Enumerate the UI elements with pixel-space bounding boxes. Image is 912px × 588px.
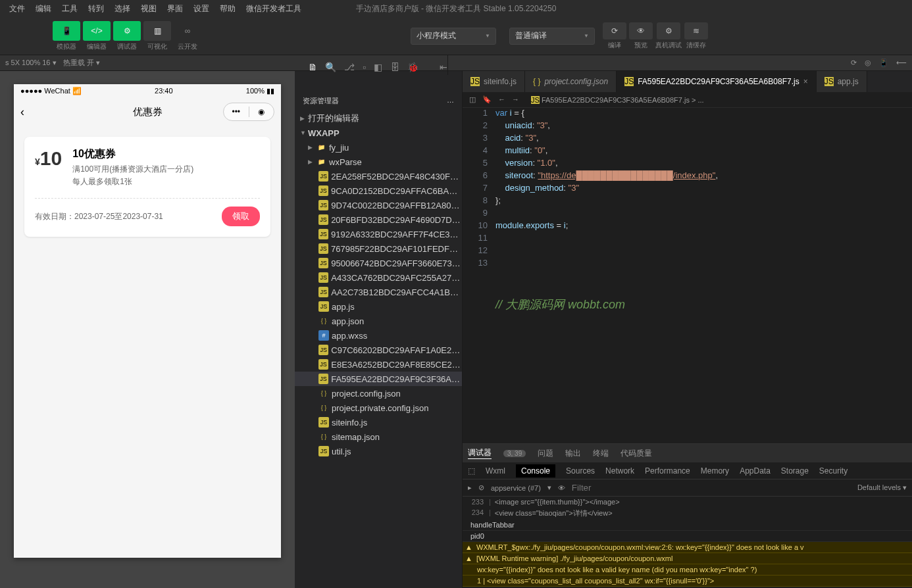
real-debug-button[interactable]: ⚙: [657, 22, 680, 39]
editor-tab[interactable]: JSFA595EA22BDC29AF9C3F36A5EA6B08F7.js×: [617, 71, 817, 92]
levels-select[interactable]: Default levels ▾: [857, 483, 907, 492]
tab-wxml[interactable]: Wxml: [486, 466, 505, 476]
menu-edit[interactable]: 编辑: [30, 3, 57, 14]
inspect-icon[interactable]: ⬚: [468, 466, 475, 476]
file-item[interactable]: { }sitemap.json: [295, 429, 462, 444]
tab-network[interactable]: Network: [605, 466, 634, 476]
menu-file[interactable]: 文件: [4, 3, 30, 14]
tab-memory[interactable]: Memory: [701, 466, 729, 476]
clear-cache-button[interactable]: ≋: [684, 22, 708, 39]
file-item[interactable]: JSapp.js: [295, 299, 462, 314]
tab-security[interactable]: Security: [819, 466, 848, 476]
explorer-icon[interactable]: 🗎: [308, 62, 317, 72]
preview-button[interactable]: 👁: [629, 22, 653, 39]
cloud-button[interactable]: ∞: [174, 21, 201, 41]
menu-select[interactable]: 选择: [109, 3, 136, 14]
file-item[interactable]: JSA433CA762BDC29AFC255A2714...: [295, 270, 462, 285]
back-icon[interactable]: ⟵: [896, 59, 907, 67]
folder-fy_jiu[interactable]: ▶📁fy_jiu: [295, 140, 462, 155]
claim-button[interactable]: 领取: [222, 207, 260, 226]
editor-tab[interactable]: JSsiteinfo.js: [463, 71, 525, 92]
tab-output[interactable]: 输出: [565, 448, 581, 459]
file-item[interactable]: JS20F6BFD32BDC29AF4690D7D4B...: [295, 212, 462, 227]
db-icon[interactable]: 🗄: [390, 62, 399, 72]
code-editor[interactable]: 12345678910111213 var i = { uniacid: "3"…: [463, 108, 912, 443]
ext-icon[interactable]: ▫: [363, 62, 366, 72]
tab-console[interactable]: Console: [516, 464, 555, 478]
menu-wx[interactable]: 微信开发者工具: [241, 3, 307, 14]
bottom-panel: 调试器 3, 39 问题 输出 终端 代码质量 ⬚ Wxml Console S…: [463, 443, 912, 588]
file-item[interactable]: JSutil.js: [295, 444, 462, 458]
tab-performance[interactable]: Performance: [645, 466, 690, 476]
visual-button[interactable]: ▥: [143, 21, 171, 41]
debugger-button[interactable]: ⚙: [113, 21, 141, 41]
tab-appdata[interactable]: AppData: [740, 466, 771, 476]
tab-storage[interactable]: Storage: [781, 466, 809, 476]
rotate-icon[interactable]: 📱: [879, 59, 888, 67]
file-item[interactable]: JSE8E3A6252BDC29AF8E85CE226...: [295, 357, 462, 372]
open-editors-section[interactable]: ▶打开的编辑器: [295, 111, 462, 126]
issues-badge: 3, 39: [503, 450, 526, 457]
capsule-button[interactable]: ••• ◉: [223, 103, 274, 121]
menu-tool[interactable]: 工具: [57, 3, 83, 14]
collapse-icon[interactable]: ⇤: [440, 62, 447, 72]
compile-button[interactable]: ⟳: [603, 22, 626, 39]
explorer-more-icon[interactable]: …: [447, 96, 454, 106]
mode-select[interactable]: 小程序模式▼: [411, 28, 496, 45]
editor-tab[interactable]: { }project.config.json: [525, 71, 617, 92]
file-item[interactable]: JSFA595EA22BDC29AF9C3F36A5E...: [295, 372, 462, 386]
file-item[interactable]: { }project.config.json: [295, 386, 462, 401]
tab-terminal[interactable]: 终端: [593, 448, 609, 459]
split-icon[interactable]: ◫: [469, 95, 476, 104]
root-folder[interactable]: ▼WXAPP: [295, 126, 462, 140]
context-select[interactable]: appservice (#7): [491, 484, 541, 492]
sidebar-toggle-icon[interactable]: ▸: [468, 483, 472, 492]
eye-icon[interactable]: 👁: [558, 484, 565, 492]
menu-settings[interactable]: 设置: [188, 3, 215, 14]
devtools-tabs: ⬚ Wxml Console Sources Network Performan…: [463, 462, 912, 479]
file-item[interactable]: JS950066742BDC29AFF3660E7331...: [295, 256, 462, 270]
file-item[interactable]: JSC97C66202BDC29AFAF1A0E274...: [295, 343, 462, 357]
menu-view[interactable]: 视图: [136, 3, 162, 14]
menu-goto[interactable]: 转到: [83, 3, 109, 14]
tab-quality[interactable]: 代码质量: [621, 448, 652, 459]
search-icon[interactable]: 🔍: [325, 62, 336, 72]
menu-dots-icon[interactable]: •••: [224, 107, 249, 116]
close-circle-icon[interactable]: ◉: [249, 107, 274, 116]
record-icon[interactable]: ◎: [865, 59, 871, 67]
refresh-icon[interactable]: ⟳: [851, 59, 857, 67]
back-button[interactable]: ‹: [20, 105, 24, 119]
bug-icon[interactable]: 🐞: [407, 62, 418, 72]
file-item[interactable]: JSsiteinfo.js: [295, 415, 462, 429]
file-item[interactable]: JS767985F22BDC29AF101FEDF571...: [295, 241, 462, 256]
hot-reload-toggle[interactable]: 热重载 开 ▾: [63, 58, 100, 68]
menu-ui[interactable]: 界面: [162, 3, 188, 14]
clear-console-icon[interactable]: ⊘: [478, 483, 484, 492]
compile-select[interactable]: 普通编译▼: [509, 28, 595, 45]
device-info[interactable]: s 5X 100% 16 ▾: [5, 59, 57, 67]
close-icon[interactable]: ×: [803, 77, 808, 86]
ext2-icon[interactable]: ◧: [374, 62, 382, 72]
nav-fwd-icon[interactable]: →: [512, 95, 519, 104]
file-item[interactable]: JS2EA258F52BDC29AF48C430F2D...: [295, 169, 462, 184]
menu-help[interactable]: 帮助: [215, 3, 241, 14]
file-item[interactable]: { }app.json: [295, 314, 462, 328]
nav-back-icon[interactable]: ←: [498, 95, 505, 104]
tab-debugger[interactable]: 调试器: [468, 447, 492, 459]
file-item[interactable]: #app.wxss: [295, 328, 462, 343]
file-item[interactable]: JS9CA0D2152BDC29AFFAC6BA12E...: [295, 184, 462, 198]
editor-tab[interactable]: JSapp.js: [817, 71, 867, 92]
filter-input[interactable]: [572, 483, 851, 493]
git-icon[interactable]: ⎇: [344, 62, 355, 72]
console-output[interactable]: 233| <image src="{{item.thumb}}"></image…: [463, 497, 912, 588]
file-item[interactable]: JSAA2C73B12BDC29AFCC4A1BB6...: [295, 285, 462, 299]
bookmark-icon[interactable]: 🔖: [482, 95, 492, 104]
tab-sources[interactable]: Sources: [566, 466, 595, 476]
file-item[interactable]: { }project.private.config.json: [295, 401, 462, 415]
tab-problems[interactable]: 问题: [538, 448, 553, 459]
simulator-button[interactable]: 📱: [53, 21, 80, 41]
folder-wxParse[interactable]: ▶📁wxParse: [295, 155, 462, 169]
file-item[interactable]: JS9192A6332BDC29AFF7F4CE3453...: [295, 227, 462, 241]
editor-button[interactable]: </>: [83, 21, 111, 41]
file-item[interactable]: JS9D74C0022BDC29AFFB12A8050...: [295, 198, 462, 212]
